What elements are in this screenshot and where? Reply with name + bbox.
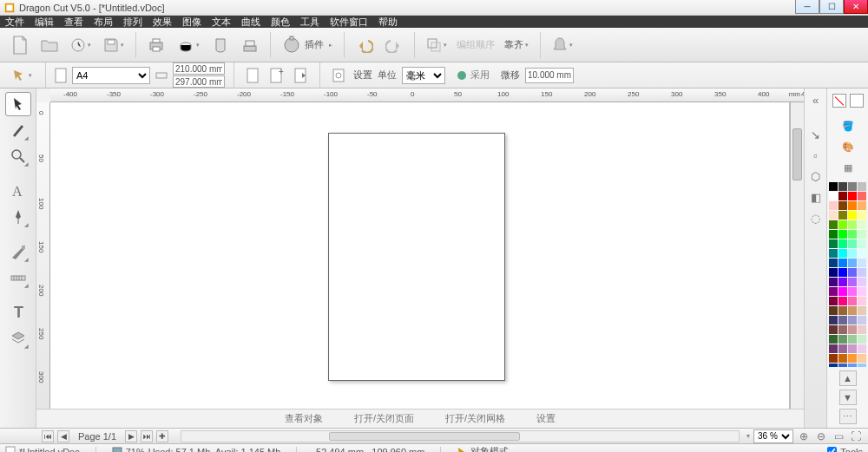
color-swatch[interactable] [838, 325, 847, 334]
color-swatch[interactable] [858, 354, 866, 363]
cut-dropdown[interactable]: ▾ [173, 32, 204, 58]
color-swatch[interactable] [838, 201, 847, 210]
snap-dropdown[interactable]: 靠齐▾ [498, 32, 533, 58]
color-swatch[interactable] [858, 325, 866, 334]
color-swatch[interactable] [848, 268, 857, 277]
page-add-button[interactable]: + [267, 66, 286, 85]
color-swatch[interactable] [838, 306, 847, 315]
zoom-tool[interactable]: ◢ [5, 144, 31, 168]
menu-help[interactable]: 帮助 [378, 16, 398, 29]
palette-next-button[interactable]: ▼ [839, 390, 857, 405]
tools-toggle[interactable] [827, 447, 837, 452]
color-swatch[interactable] [858, 230, 866, 239]
color-swatch[interactable] [838, 249, 847, 258]
recent-dropdown[interactable]: ▾ [66, 32, 95, 58]
canvas[interactable] [50, 102, 790, 409]
palette-pick-icon[interactable]: 🎨 [840, 139, 856, 154]
menu-window[interactable]: 软件窗口 [330, 16, 368, 29]
color-swatch[interactable] [858, 259, 866, 267]
menu-color[interactable]: 颜色 [271, 16, 290, 29]
cup-button[interactable] [207, 32, 233, 58]
text-tool[interactable]: A [5, 179, 31, 203]
arrow-right-icon[interactable]: ↘ [808, 127, 824, 142]
menu-layout[interactable]: 布局 [94, 16, 113, 29]
apply-button[interactable]: 采用 [450, 66, 496, 85]
print-button[interactable] [143, 32, 169, 58]
open-button[interactable] [36, 32, 62, 58]
color-swatch[interactable] [838, 220, 847, 229]
minimize-button[interactable]: ─ [795, 0, 819, 14]
zoom-fit-icon[interactable]: ⊕ [797, 429, 811, 443]
menu-file[interactable]: 文件 [5, 16, 24, 29]
color-swatch[interactable] [848, 354, 857, 363]
color-swatch[interactable] [858, 268, 866, 277]
prev-page-button[interactable]: ◀ [57, 430, 69, 442]
plugin-dropdown[interactable]: 插件▸ [278, 32, 337, 58]
color-swatch[interactable] [848, 182, 857, 191]
checker-icon[interactable]: ▦ [840, 160, 856, 175]
color-swatch[interactable] [858, 335, 866, 344]
zoom-select[interactable]: 36 % [753, 429, 793, 443]
page-width-input[interactable] [173, 62, 225, 75]
color-swatch[interactable] [829, 249, 838, 258]
color-swatch[interactable] [829, 182, 838, 191]
color-swatch[interactable] [829, 287, 838, 296]
color-swatch[interactable] [858, 192, 866, 200]
layer-tool[interactable]: ◢ [5, 326, 31, 350]
color-swatch[interactable] [858, 344, 866, 353]
palette-menu-button[interactable]: ⋯ [839, 409, 857, 424]
color-swatch[interactable] [829, 268, 838, 277]
color-swatch[interactable] [829, 354, 838, 363]
menu-view[interactable]: 查看 [64, 16, 83, 29]
color-swatch[interactable] [858, 316, 866, 324]
cube-icon[interactable]: ◧ [808, 189, 824, 205]
toggle-grid-link[interactable]: 打开/关闭网格 [445, 412, 505, 425]
menu-tools[interactable]: 工具 [300, 16, 319, 29]
redo-button[interactable] [381, 32, 407, 58]
menu-curves[interactable]: 曲线 [241, 16, 260, 29]
page-right-button[interactable] [292, 66, 311, 85]
color-swatch[interactable] [829, 192, 838, 200]
color-swatch[interactable] [829, 259, 838, 267]
zoom-out-icon[interactable]: ⊖ [814, 429, 828, 443]
color-swatch[interactable] [838, 354, 847, 363]
color-swatch[interactable] [858, 297, 866, 305]
color-swatch[interactable] [838, 268, 847, 277]
square-icon[interactable]: ▫ [808, 147, 824, 163]
first-page-button[interactable]: ⏮ [42, 430, 54, 442]
color-swatch[interactable] [848, 297, 857, 305]
color-swatch[interactable] [858, 249, 866, 258]
color-swatch[interactable] [829, 316, 838, 324]
color-swatch[interactable] [858, 278, 866, 286]
save-dropdown[interactable]: ▾ [99, 32, 128, 58]
color-swatch[interactable] [848, 325, 857, 334]
toggle-page-link[interactable]: 打开/关闭页面 [354, 412, 414, 425]
pen-tool[interactable]: ◢ [5, 205, 31, 229]
color-swatch[interactable] [838, 259, 847, 267]
color-swatch[interactable] [829, 344, 838, 353]
color-swatch[interactable] [858, 239, 866, 248]
color-swatch[interactable] [848, 192, 857, 200]
color-swatch[interactable] [848, 239, 857, 248]
color-swatch[interactable] [829, 306, 838, 315]
color-swatch[interactable] [848, 230, 857, 239]
pointer-mode-dropdown[interactable]: ▾ [7, 62, 36, 88]
color-swatch[interactable] [848, 344, 857, 353]
vertical-scrollbar[interactable] [790, 102, 804, 409]
maximize-button[interactable]: ☐ [819, 0, 844, 14]
fill-none-swatch[interactable] [832, 94, 846, 108]
color-swatch[interactable] [848, 335, 857, 344]
settings-icon-button[interactable] [329, 66, 348, 85]
color-swatch[interactable] [838, 297, 847, 305]
menu-arrange[interactable]: 排列 [123, 16, 142, 29]
paint-bucket-icon[interactable]: 🪣 [840, 118, 856, 134]
stack-button[interactable] [237, 32, 263, 58]
color-swatch[interactable] [829, 230, 838, 239]
vtext-tool[interactable]: T [5, 300, 31, 324]
color-swatch[interactable] [829, 278, 838, 286]
bell-dropdown[interactable]: ▾ [548, 32, 577, 58]
zoom-caret-icon[interactable]: ▾ [746, 432, 750, 440]
color-swatch[interactable] [838, 344, 847, 353]
color-swatch[interactable] [848, 306, 857, 315]
stroke-white-swatch[interactable] [850, 94, 864, 108]
